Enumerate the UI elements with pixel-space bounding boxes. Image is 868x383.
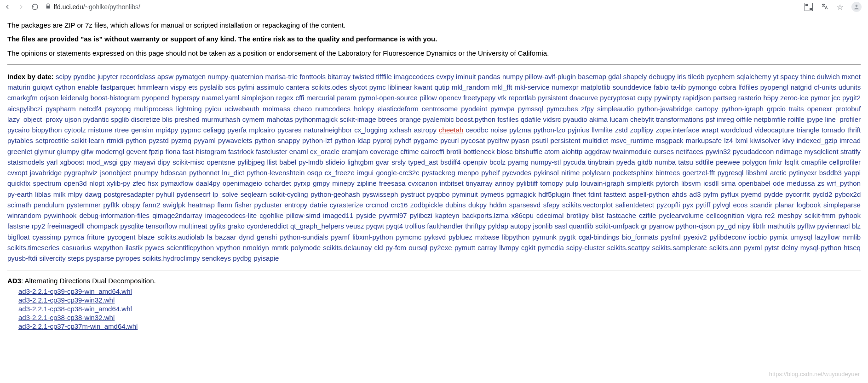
- package-link[interactable]: param: [337, 94, 356, 102]
- package-link[interactable]: mistune: [88, 126, 113, 134]
- package-link[interactable]: py-earth: [7, 190, 33, 198]
- package-link[interactable]: mkl_random: [452, 83, 490, 91]
- package-link[interactable]: pyeda: [616, 158, 635, 166]
- package-link[interactable]: cgohlke: [259, 212, 283, 219]
- package-link[interactable]: friture: [87, 233, 104, 241]
- package-link[interactable]: pyodbc: [73, 73, 95, 80]
- package-link[interactable]: lightning: [176, 105, 202, 113]
- package-link[interactable]: pycifrw: [487, 137, 509, 144]
- package-link[interactable]: pygraphviz: [64, 169, 98, 177]
- package-link[interactable]: cyassimp: [32, 233, 61, 241]
- package-link[interactable]: lp_solve: [213, 190, 238, 198]
- package-link[interactable]: blist: [592, 212, 604, 219]
- package-link[interactable]: pyzmq: [171, 137, 191, 144]
- package-link[interactable]: pymca: [64, 233, 84, 241]
- package-link[interactable]: simplejson: [241, 94, 274, 102]
- package-link[interactable]: pendulum: [34, 201, 64, 209]
- package-link[interactable]: rasterio: [738, 94, 761, 102]
- package-link[interactable]: jsonlib: [533, 222, 553, 230]
- package-link[interactable]: bcolz: [489, 158, 506, 166]
- package-link[interactable]: scikit-fmm: [805, 212, 836, 219]
- package-link[interactable]: llist: [267, 158, 277, 166]
- wheel-download-link[interactable]: ad3-2.2.1-cp38-cp38-win32.whl: [18, 314, 115, 321]
- package-link[interactable]: pyfm: [703, 190, 719, 198]
- package-link[interactable]: scipy: [56, 73, 71, 80]
- package-link[interactable]: cx_logging: [354, 126, 387, 134]
- package-link[interactable]: iminuit: [456, 73, 476, 80]
- package-link[interactable]: pythonmagick: [295, 115, 338, 123]
- package-link[interactable]: rtree: [115, 126, 129, 134]
- package-link[interactable]: fastcache: [607, 212, 636, 219]
- package-link[interactable]: cdecimal: [536, 212, 563, 219]
- package-link[interactable]: scikits.odes: [311, 83, 347, 91]
- package-link[interactable]: blz: [852, 222, 861, 230]
- package-link[interactable]: statsmodels: [7, 158, 44, 166]
- package-link[interactable]: liblas: [35, 190, 51, 198]
- package-link[interactable]: freesasa: [379, 179, 406, 187]
- package-link[interactable]: jsonobject: [100, 169, 131, 177]
- package-link[interactable]: pyxml: [744, 244, 762, 252]
- package-link[interactable]: pygresql: [718, 169, 744, 177]
- package-link[interactable]: dipy: [158, 158, 171, 166]
- package-link[interactable]: pycuda: [563, 158, 585, 166]
- package-link[interactable]: freeimagedll: [47, 222, 85, 230]
- package-link[interactable]: pyalembic: [423, 115, 454, 123]
- package-link[interactable]: pywinhook: [44, 212, 76, 219]
- package-link[interactable]: mathutils: [768, 222, 795, 230]
- package-link[interactable]: debug-information-files: [79, 212, 149, 219]
- package-link[interactable]: datrie: [310, 201, 328, 209]
- package-link[interactable]: cyrasterize: [330, 201, 363, 209]
- package-link[interactable]: cobra: [719, 83, 736, 91]
- package-link[interactable]: multidict: [583, 137, 608, 144]
- package-link[interactable]: daal4py: [196, 179, 220, 187]
- package-link[interactable]: pyicu: [205, 105, 221, 113]
- forward-icon[interactable]: [17, 3, 25, 11]
- package-link[interactable]: lsqfit: [785, 158, 799, 166]
- package-link[interactable]: cartopy: [696, 105, 718, 113]
- package-link[interactable]: entropy: [284, 201, 307, 209]
- package-link[interactable]: cld: [374, 244, 383, 252]
- package-link[interactable]: dawg: [85, 190, 102, 198]
- package-link[interactable]: triangle: [797, 126, 819, 134]
- package-link[interactable]: cyordereddict: [247, 222, 288, 230]
- package-link[interactable]: reportlab: [509, 94, 536, 102]
- package-link[interactable]: peewee: [716, 158, 740, 166]
- package-link[interactable]: stratify: [840, 148, 861, 155]
- package-link[interactable]: ta-lib: [671, 83, 686, 91]
- package-link[interactable]: bigfloat: [7, 233, 29, 241]
- package-link[interactable]: pymvpa: [490, 105, 515, 113]
- package-link[interactable]: basemap: [578, 73, 606, 80]
- package-link[interactable]: cffi: [295, 94, 304, 102]
- package-link[interactable]: spacy: [781, 73, 799, 80]
- package-link[interactable]: scikits.audiolab: [157, 233, 204, 241]
- package-link[interactable]: chompack: [87, 222, 118, 230]
- package-link[interactable]: spectrum: [33, 179, 61, 187]
- package-link[interactable]: oursql: [408, 244, 427, 252]
- package-link[interactable]: python-snappy: [254, 137, 299, 144]
- package-link[interactable]: pybluez: [448, 233, 472, 241]
- package-link[interactable]: libpython: [502, 233, 529, 241]
- package-link[interactable]: sounddevice: [613, 83, 651, 91]
- package-link[interactable]: annoy: [495, 179, 514, 187]
- package-link[interactable]: multiprocess: [134, 105, 172, 113]
- package-link[interactable]: centrosome: [422, 105, 458, 113]
- wheel-download-link[interactable]: ad3-2.2.1-cp39-cp39-win_amd64.whl: [18, 287, 132, 295]
- package-link[interactable]: meshpy: [777, 212, 802, 219]
- package-link[interactable]: crcmod: [366, 201, 388, 209]
- package-link[interactable]: zodbpickle: [410, 201, 443, 209]
- package-link[interactable]: nmoldyn: [243, 244, 269, 252]
- package-link[interactable]: zeroc-ice: [781, 94, 809, 102]
- package-link[interactable]: xxhash: [390, 126, 412, 134]
- package-link[interactable]: cvxpy: [437, 73, 454, 80]
- package-link[interactable]: menpo: [458, 169, 479, 177]
- package-link[interactable]: gvar: [376, 158, 389, 166]
- package-link[interactable]: pycurl: [440, 137, 459, 144]
- package-link[interactable]: zs: [817, 179, 824, 187]
- package-link[interactable]: iocbio: [749, 233, 767, 241]
- package-link[interactable]: cx_freeze: [325, 169, 355, 177]
- package-link[interactable]: yt: [773, 73, 779, 80]
- package-link[interactable]: gensim: [131, 126, 153, 134]
- package-link[interactable]: pocketsphinx: [613, 169, 653, 177]
- package-link[interactable]: pywinpty: [654, 94, 681, 102]
- package-link[interactable]: pymcubes: [546, 105, 578, 113]
